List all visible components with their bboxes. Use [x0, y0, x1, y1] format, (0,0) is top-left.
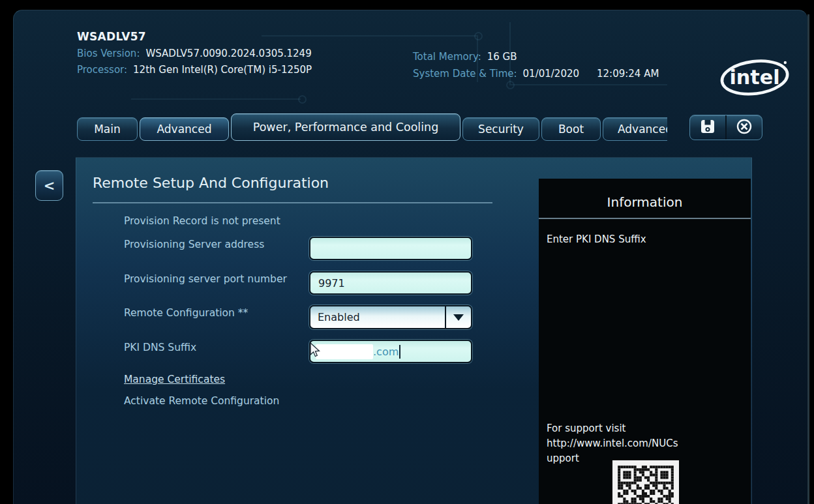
- dropdown-arrow-button[interactable]: [445, 306, 471, 328]
- model-name: WSADLV57: [77, 30, 312, 43]
- floppy-save-icon: [699, 118, 716, 138]
- toolbar: [689, 115, 762, 140]
- tab-advanced-2[interactable]: Advanced: [603, 117, 667, 141]
- page-title: Remote Setup And Configuration: [93, 175, 329, 191]
- tab-power-performance-cooling[interactable]: Power, Performance and Cooling: [231, 113, 460, 141]
- circuit-node: [298, 95, 307, 104]
- remote-configuration-select[interactable]: Enabled: [309, 305, 472, 329]
- screen-edge-highlight: [807, 14, 809, 504]
- intel-logo-icon: intel: [719, 55, 791, 99]
- manage-certificates-link[interactable]: Manage Certificates: [124, 374, 225, 385]
- qr-code: [612, 460, 679, 504]
- close-button[interactable]: [725, 115, 762, 140]
- total-memory-label: Total Memory:: [413, 51, 481, 63]
- provisioning-server-address-label: Provisioning Server address: [124, 239, 264, 250]
- pki-dns-suffix-input[interactable]: .com: [309, 340, 472, 363]
- memory-datetime-block: Total Memory: 16 GB System Date & Time: …: [413, 51, 659, 80]
- date-value: 01/01/2020: [523, 68, 579, 80]
- information-panel: Information Enter PKI DNS Suffix For sup…: [539, 179, 751, 504]
- redacted-text-block: [316, 344, 373, 359]
- svg-text:intel: intel: [729, 66, 779, 89]
- text-caret: [399, 345, 400, 359]
- datetime-label: System Date & Time:: [413, 68, 517, 80]
- caret-down-icon: [453, 314, 464, 321]
- remote-configuration-label: Remote Configuration **: [124, 307, 248, 319]
- system-info-block: WSADLV57 Bios Version: WSADLV57.0090.202…: [77, 30, 312, 76]
- chevron-left-icon: <: [44, 178, 55, 194]
- tab-advanced-2-label: Advanced: [618, 123, 667, 136]
- bios-version-value: WSADLV57.0090.2024.0305.1249: [145, 48, 311, 59]
- provisioning-server-address-input[interactable]: [309, 237, 472, 260]
- processor-value: 12th Gen Intel(R) Core(TM) i5-1250P: [133, 64, 312, 76]
- mouse-cursor: [309, 342, 322, 358]
- activate-remote-configuration-item[interactable]: Activate Remote Configuration: [124, 395, 279, 407]
- tab-boot-label: Boot: [558, 123, 584, 136]
- information-divider: [539, 218, 751, 219]
- back-button[interactable]: <: [35, 170, 63, 201]
- support-text: For support visit http://www.intel.com/N…: [547, 421, 684, 466]
- close-circle-icon: [735, 117, 753, 138]
- total-memory-value: 16 GB: [487, 51, 517, 63]
- tab-boot[interactable]: Boot: [541, 117, 601, 141]
- processor-label: Processor:: [77, 64, 127, 76]
- tab-advanced-label: Advanced: [157, 123, 212, 136]
- information-title: Information: [539, 194, 751, 210]
- help-text: Enter PKI DNS Suffix: [547, 233, 646, 245]
- tab-advanced[interactable]: Advanced: [140, 117, 229, 141]
- title-divider: [93, 202, 492, 203]
- pki-dns-suffix-label: PKI DNS Suffix: [124, 342, 196, 353]
- circuit-trace: [131, 72, 301, 100]
- save-button[interactable]: [690, 115, 725, 140]
- circuit-node: [474, 32, 483, 40]
- remote-configuration-value: Enabled: [310, 306, 445, 328]
- tab-security[interactable]: Security: [462, 117, 539, 141]
- provisioning-port-label: Provisioning server port number: [124, 273, 287, 285]
- tab-main[interactable]: Main: [77, 117, 138, 141]
- tab-security-label: Security: [478, 123, 524, 136]
- bios-version-label: Bios Version:: [77, 48, 140, 59]
- tab-strip: Main Advanced Power, Performance and Coo…: [77, 113, 667, 141]
- tab-power-label: Power, Performance and Cooling: [253, 121, 439, 134]
- circuit-node: [506, 81, 515, 89]
- tab-main-label: Main: [94, 123, 121, 136]
- provision-status-text: Provision Record is not present: [124, 215, 280, 227]
- provisioning-port-input[interactable]: [309, 271, 472, 295]
- bios-window: WSADLV57 Bios Version: WSADLV57.0090.202…: [13, 10, 807, 504]
- pki-dns-suffix-value: .com: [373, 346, 399, 358]
- time-value: 12:09:24 AM: [597, 68, 659, 80]
